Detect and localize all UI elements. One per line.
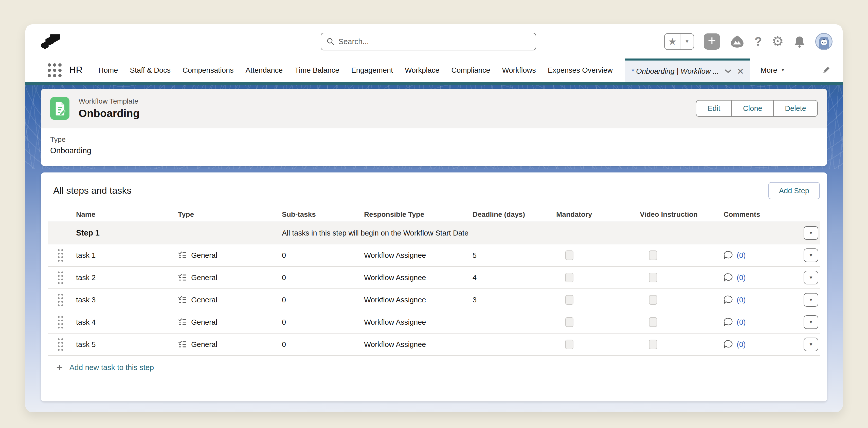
edit-button[interactable]: Edit: [696, 100, 732, 117]
active-tab-label: Onboarding | Workflow ...: [636, 67, 719, 75]
task-name: task 3: [73, 296, 178, 304]
video-instruction-checkbox[interactable]: [649, 340, 657, 349]
brand-divider: [25, 82, 843, 85]
video-instruction-checkbox[interactable]: [649, 317, 657, 327]
tab-staff-docs[interactable]: Staff & Docs: [130, 66, 170, 74]
col-header-type: Type: [178, 210, 282, 219]
global-header: ★ ▼ + ? ⚙: [25, 24, 843, 59]
tab-close-icon[interactable]: ×: [737, 66, 744, 77]
col-header-comments: Comments: [723, 210, 795, 219]
mandatory-checkbox[interactable]: [565, 273, 574, 283]
tab-home[interactable]: Home: [98, 66, 118, 74]
task-deadline: 3: [472, 296, 556, 304]
delete-button[interactable]: Delete: [773, 100, 818, 117]
drag-handle[interactable]: [58, 294, 63, 306]
app-launcher-icon[interactable]: [48, 63, 62, 77]
nav-more-menu[interactable]: More ▼: [761, 66, 785, 74]
more-label: More: [761, 66, 777, 74]
task-name: task 4: [73, 318, 178, 326]
task-type: General: [191, 273, 217, 282]
record-details: Type Onboarding: [41, 128, 827, 166]
step-actions-dropdown-button[interactable]: ▼: [804, 226, 818, 240]
quick-create-button[interactable]: +: [704, 33, 720, 50]
mandatory-checkbox[interactable]: [565, 317, 574, 327]
task-actions-dropdown-button[interactable]: ▼: [804, 338, 818, 351]
task-responsible-type: Workflow Assignee: [364, 318, 472, 326]
task-type: General: [191, 340, 217, 349]
record-highlights-card: Workflow Template Onboarding Edit Clone …: [41, 89, 827, 166]
col-header-name: Name: [73, 210, 178, 219]
dropdown-caret-icon: ▼: [809, 297, 813, 303]
task-deadline: 5: [472, 251, 556, 260]
task-actions-dropdown-button[interactable]: ▼: [804, 315, 818, 329]
mandatory-checkbox[interactable]: [565, 295, 574, 305]
favorites-dropdown-icon[interactable]: ▼: [680, 34, 693, 50]
checklist-type-icon: [178, 340, 187, 349]
task-comments-link[interactable]: (0): [723, 295, 795, 305]
tab-attendance[interactable]: Attendance: [246, 66, 283, 74]
mandatory-checkbox[interactable]: [565, 340, 574, 349]
task-row: task 3 General 0 Workflow Assignee 3 (0)…: [48, 289, 820, 311]
drag-handle[interactable]: [58, 271, 63, 284]
task-comments-link[interactable]: (0): [723, 317, 795, 327]
step-row: Step 1 All tasks in this step will begin…: [48, 222, 820, 244]
clone-button[interactable]: Clone: [731, 100, 774, 117]
flair-logo: [39, 33, 63, 51]
comment-bubble-icon: [723, 251, 734, 260]
comments-count: (0): [737, 340, 746, 349]
dropdown-caret-icon: ▼: [809, 253, 813, 258]
app-window: ★ ▼ + ? ⚙: [25, 24, 843, 412]
add-task-link[interactable]: Add new task to this step: [69, 363, 154, 372]
favorite-star-icon[interactable]: ★: [665, 34, 680, 50]
notifications-bell-icon[interactable]: [794, 35, 806, 48]
task-actions-dropdown-button[interactable]: ▼: [804, 249, 818, 262]
task-comments-link[interactable]: (0): [723, 273, 795, 283]
task-responsible-type: Workflow Assignee: [364, 296, 472, 304]
tab-expenses-overview[interactable]: Expenses Overview: [548, 66, 613, 74]
task-deadline: 4: [472, 273, 556, 282]
type-field-label: Type: [50, 135, 818, 143]
tab-workplace[interactable]: Workplace: [405, 66, 439, 74]
app-name: HR: [69, 65, 83, 75]
step-name: Step 1: [73, 228, 178, 237]
tab-actions-chevron-icon[interactable]: [724, 69, 732, 73]
task-responsible-type: Workflow Assignee: [364, 273, 472, 282]
help-icon[interactable]: ?: [754, 34, 762, 48]
drag-handle[interactable]: [58, 338, 63, 351]
tab-time-balance[interactable]: Time Balance: [294, 66, 339, 74]
comments-count: (0): [737, 296, 746, 304]
col-header-video-instruction: Video Instruction: [640, 210, 723, 219]
tab-compensations[interactable]: Compensations: [183, 66, 234, 74]
trailhead-icon[interactable]: [730, 35, 745, 48]
drag-handle[interactable]: [58, 249, 63, 262]
search-input[interactable]: [338, 37, 531, 46]
app-navigation-bar: HR Home Staff & Docs Compensations Atten…: [25, 59, 843, 82]
task-comments-link[interactable]: (0): [723, 251, 795, 260]
video-instruction-checkbox[interactable]: [649, 273, 657, 283]
video-instruction-checkbox[interactable]: [649, 251, 657, 260]
user-avatar[interactable]: [815, 33, 833, 50]
video-instruction-checkbox[interactable]: [649, 295, 657, 305]
task-actions-dropdown-button[interactable]: ▼: [804, 271, 818, 285]
setup-gear-icon[interactable]: ⚙: [772, 33, 784, 50]
tab-engagement[interactable]: Engagement: [351, 66, 393, 74]
global-search: [321, 33, 536, 51]
task-row: task 2 General 0 Workflow Assignee 4 (0)…: [48, 267, 820, 289]
add-step-button[interactable]: Add Step: [768, 182, 820, 199]
checklist-type-icon: [178, 296, 187, 304]
task-name: task 5: [73, 340, 178, 349]
col-header-subtasks: Sub-tasks: [282, 210, 364, 219]
task-comments-link[interactable]: (0): [723, 340, 795, 349]
drag-handle[interactable]: [58, 316, 63, 328]
steps-table: Name Type Sub-tasks Responsible Type Dea…: [48, 207, 820, 380]
tab-compliance[interactable]: Compliance: [451, 66, 490, 74]
comment-bubble-icon: [723, 295, 734, 305]
mandatory-checkbox[interactable]: [565, 251, 574, 260]
tab-onboarding-workflow-active[interactable]: *Onboarding | Workflow ... ×: [625, 59, 750, 82]
edit-navigation-pencil-icon[interactable]: [822, 65, 831, 75]
task-type: General: [191, 296, 217, 304]
tab-workflows[interactable]: Workflows: [502, 66, 536, 74]
record-title: Onboarding: [79, 107, 140, 120]
task-actions-dropdown-button[interactable]: ▼: [804, 293, 818, 307]
dropdown-caret-icon: ▼: [809, 275, 813, 281]
